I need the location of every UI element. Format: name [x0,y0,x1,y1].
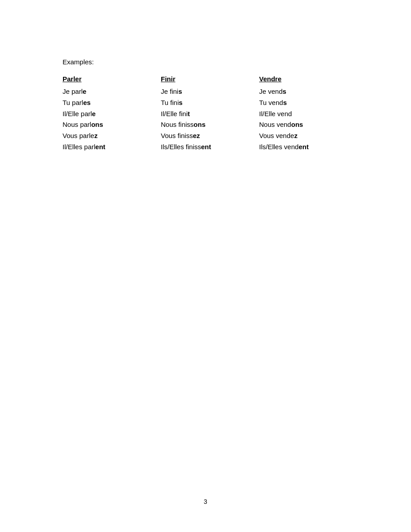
parler-row-6: Il/Elles parlent [63,142,161,153]
conjugation-table: Parler Je parle Tu parles Il/Elle parle … [63,74,348,153]
vendre-row-3: Il/Elle vend [259,109,357,120]
parler-header: Parler [63,74,161,84]
parler-ending-6: ent [95,143,105,151]
finir-row-3: Il/Elle finit [161,109,259,120]
vendre-row-2: Tu vends [259,97,357,109]
vendre-row-4: Nous vendons [259,119,357,130]
vendre-row-6: Ils/Elles vendent [259,142,357,153]
vendre-header: Vendre [259,74,357,84]
page-number: 3 [204,498,207,505]
parler-row-3: Il/Elle parle [63,109,161,120]
examples-label: Examples: [63,58,348,66]
vendre-column: Vendre Je vends Tu vends Il/Elle vend No… [259,74,357,153]
finir-ending-3: t [188,110,190,117]
finir-row-1: Je finis [161,86,259,97]
finir-row-5: Vous finissez [161,130,259,142]
parler-row-1: Je parle [63,86,161,97]
vendre-ending-4: ons [291,121,303,128]
parler-column: Parler Je parle Tu parles Il/Elle parle … [63,74,161,153]
finir-row-2: Tu finis [161,97,259,109]
parler-ending-1: e [83,88,86,95]
finir-ending-2: s [179,99,182,106]
finir-row-6: Ils/Elles finissent [161,142,259,153]
parler-row-5: Vous parlez [63,130,161,142]
vendre-ending-6: ent [298,143,309,151]
finir-ending-6: ent [201,143,211,151]
parler-ending-4: ons [91,121,103,128]
vendre-row-5: Vous vendez [259,130,357,142]
finir-column: Finir Je finis Tu finis Il/Elle finit No… [161,74,259,153]
finir-ending-1: s [178,88,182,95]
vendre-row-1: Je vends [259,86,357,97]
finir-ending-5: ez [193,132,200,139]
parler-row-2: Tu parles [63,97,161,109]
finir-row-4: Nous finissons [161,119,259,130]
finir-ending-4: ons [193,121,206,128]
vendre-ending-2: s [283,99,287,106]
vendre-ending-5: z [294,132,298,139]
parler-row-4: Nous parlons [63,119,161,130]
parler-ending-2: es [83,99,91,106]
vendre-ending-1: s [283,88,286,95]
page: Examples: Parler Je parle Tu parles Il/E… [0,0,411,532]
parler-ending-5: z [94,132,98,139]
parler-ending-3: e [92,110,96,117]
finir-header: Finir [161,74,259,84]
